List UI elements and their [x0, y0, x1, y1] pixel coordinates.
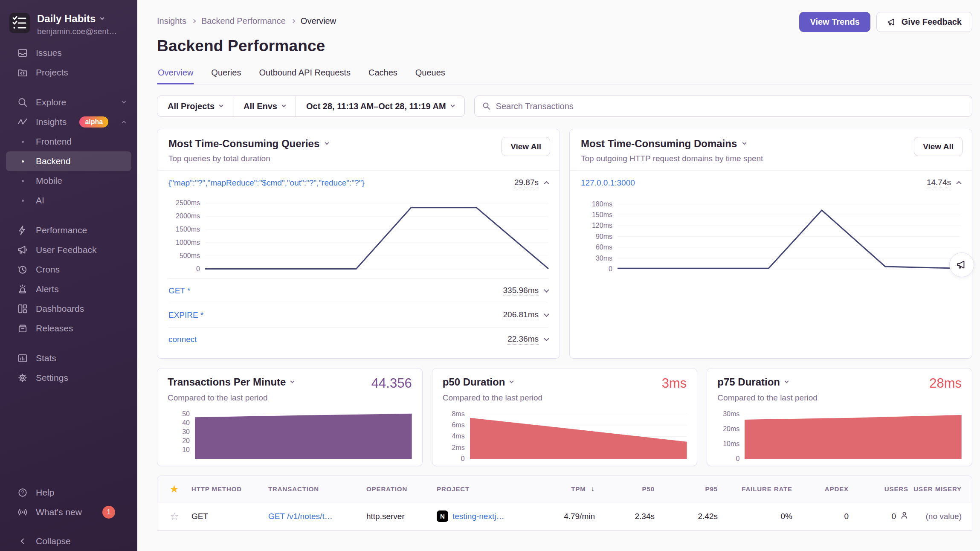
feedback-fab[interactable] — [949, 252, 974, 277]
header-project[interactable]: PROJECT — [432, 485, 532, 493]
header-transaction[interactable]: TRANSACTION — [263, 485, 361, 493]
header-apdex[interactable]: APDEX — [797, 485, 854, 493]
domains-card: Most Time-Consuming Domains View All Top… — [569, 129, 972, 359]
sidebar-item-crons[interactable]: Crons — [6, 260, 131, 279]
sidebar-item-explore[interactable]: Explore — [6, 93, 131, 112]
header-user-misery[interactable]: USER MISERY — [913, 485, 967, 493]
query-row-expanded: {"map":"?","mapReduce":"$cmd","out":"?",… — [168, 171, 548, 191]
sidebar-item-label: Help — [36, 487, 54, 498]
sidebar-item-label: User Feedback — [36, 245, 96, 255]
tab-outbound-api-requests[interactable]: Outbound API Requests — [258, 64, 351, 84]
tpm-card: Transactions Per Minute 44.356 Compared … — [157, 368, 423, 466]
stats-icon — [17, 353, 28, 364]
chevron-down-icon[interactable] — [325, 140, 329, 145]
header-p95[interactable]: P95 — [660, 485, 723, 493]
p50-card: p50 Duration 3ms Compared to the last pe… — [432, 368, 698, 466]
org-email: benjamin.coe@sent… — [37, 27, 117, 36]
sidebar-item-stats[interactable]: Stats — [6, 348, 131, 368]
sidebar-item-settings[interactable]: Settings — [6, 368, 131, 388]
chevron-down-icon[interactable] — [290, 379, 295, 383]
transaction-search — [474, 96, 972, 117]
sidebar-item-insights[interactable]: Insights alpha — [6, 112, 131, 132]
sidebar-item-mobile[interactable]: Mobile — [6, 171, 131, 191]
table-header-row: ★ HTTP METHOD TRANSACTION OPERATION PROJ… — [157, 476, 972, 502]
p50-value: 3ms — [662, 376, 687, 391]
chevron-right-icon — [191, 19, 196, 23]
search-input[interactable] — [496, 102, 964, 111]
query-link[interactable]: EXPIRE * — [168, 310, 203, 320]
sidebar-item-backend[interactable]: Backend — [6, 151, 131, 171]
chevron-up-icon — [122, 120, 126, 125]
tab-caches[interactable]: Caches — [368, 64, 398, 84]
header-operation[interactable]: OPERATION — [361, 485, 432, 493]
bullet-icon — [17, 160, 28, 162]
transaction-cell: GET /v1/notes/t… — [263, 512, 361, 521]
sidebar-item-whats-new[interactable]: What's new 1 — [6, 502, 131, 522]
sidebar-item-dashboards[interactable]: Dashboards — [6, 299, 131, 319]
queries-view-all-button[interactable]: View All — [502, 137, 550, 156]
query-link[interactable]: {"map":"?","mapReduce":"$cmd","out":"?",… — [168, 178, 365, 188]
queries-duration-chart: 0500ms1000ms1500ms2000ms2500ms — [168, 198, 548, 269]
p75-card-subtitle: Compared to the last period — [717, 393, 962, 403]
view-trends-button[interactable]: View Trends — [799, 12, 870, 32]
header-p50[interactable]: P50 — [600, 485, 660, 493]
chevron-down-icon — [122, 99, 126, 103]
header-users[interactable]: USERS — [854, 485, 913, 493]
bullet-icon — [17, 200, 28, 202]
date-range-filter[interactable]: Oct 28, 11:13 AM–Oct 28, 11:19 AM — [296, 96, 464, 116]
chevron-down-icon[interactable] — [510, 379, 514, 383]
expand-row-icon[interactable] — [544, 311, 549, 317]
header-star[interactable]: ★ — [162, 484, 186, 494]
domain-link[interactable]: 127.0.0.1:3000 — [581, 178, 635, 188]
broadcast-icon — [17, 507, 28, 518]
sidebar-item-help[interactable]: ? Help — [6, 483, 131, 502]
tab-queues[interactable]: Queues — [415, 64, 446, 84]
expand-row-icon[interactable] — [544, 287, 549, 293]
insight-cards-row: Most Time-Consuming Queries View All Top… — [157, 129, 972, 359]
sidebar-item-alerts[interactable]: Alerts — [6, 279, 131, 299]
releases-icon — [17, 323, 28, 334]
query-link[interactable]: GET * — [168, 286, 190, 296]
breadcrumb-insights[interactable]: Insights — [157, 16, 186, 26]
transaction-link[interactable]: GET /v1/notes/t… — [268, 512, 333, 521]
sidebar-item-releases[interactable]: Releases — [6, 319, 131, 338]
tpm-card-subtitle: Compared to the last period — [168, 393, 412, 403]
sidebar-item-label: Stats — [36, 353, 56, 363]
siren-icon — [17, 284, 28, 295]
breadcrumb-backend-performance[interactable]: Backend Performance — [201, 16, 286, 26]
sidebar-item-performance[interactable]: Performance — [6, 220, 131, 240]
sidebar-item-projects[interactable]: Projects — [6, 63, 131, 82]
failure-rate-cell: 0% — [723, 512, 797, 521]
project-filter[interactable]: All Projects — [157, 96, 233, 116]
sidebar-item-label: Frontend — [36, 136, 72, 147]
page-header: Insights Backend Performance Overview Vi… — [157, 12, 972, 32]
query-link[interactable]: connect — [168, 335, 197, 344]
chevron-down-icon — [450, 103, 455, 107]
sidebar-item-ai[interactable]: AI — [6, 191, 131, 210]
nav-divider — [0, 210, 137, 220]
domains-view-all-button[interactable]: View All — [914, 137, 963, 156]
sidebar-item-user-feedback[interactable]: User Feedback — [6, 240, 131, 260]
chevron-down-icon — [282, 103, 286, 107]
chevron-left-icon — [17, 536, 28, 547]
collapse-row-icon[interactable] — [956, 181, 962, 186]
table-row[interactable]: ☆ GET GET /v1/notes/t… http.server N tes… — [157, 502, 972, 531]
megaphone-icon — [887, 17, 896, 27]
expand-row-icon[interactable] — [544, 336, 549, 341]
project-link[interactable]: testing-nextj… — [452, 512, 504, 521]
tab-queries[interactable]: Queries — [210, 64, 242, 84]
tab-overview[interactable]: Overview — [157, 64, 194, 84]
give-feedback-button[interactable]: Give Feedback — [876, 12, 972, 32]
chevron-down-icon[interactable] — [785, 379, 789, 383]
header-tpm[interactable]: TPM↓ — [532, 485, 600, 493]
sidebar-item-frontend[interactable]: Frontend — [6, 132, 131, 151]
header-http-method[interactable]: HTTP METHOD — [186, 485, 263, 493]
sidebar-item-issues[interactable]: Issues — [6, 43, 131, 63]
environment-filter[interactable]: All Envs — [233, 96, 296, 116]
header-failure-rate[interactable]: FAILURE RATE — [723, 485, 797, 493]
collapse-row-icon[interactable] — [544, 181, 549, 186]
org-switcher[interactable]: Daily Habits benjamin.coe@sent… — [0, 9, 137, 36]
sidebar-collapse-button[interactable]: Collapse — [6, 531, 131, 551]
chevron-down-icon[interactable] — [742, 140, 747, 145]
star-outline-icon[interactable]: ☆ — [170, 510, 179, 522]
